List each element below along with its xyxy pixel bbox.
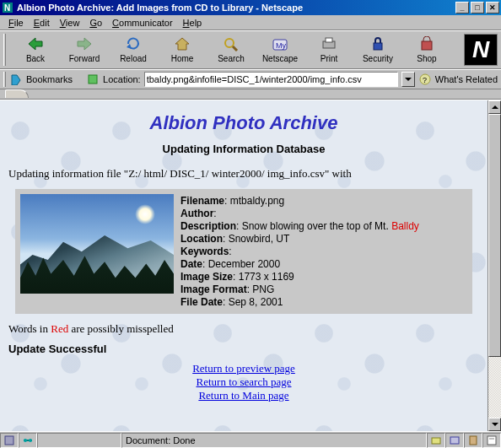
filename-value: mtbaldy.png — [230, 195, 284, 207]
tabstrip — [0, 89, 501, 100]
filename-label: Filename — [180, 195, 224, 207]
close-button[interactable]: ✕ — [486, 2, 499, 13]
content-tab[interactable] — [5, 89, 29, 98]
bookmarks-icon[interactable] — [9, 73, 23, 86]
menu-help[interactable]: Help — [178, 17, 207, 29]
netscape-icon: My — [271, 35, 289, 53]
link-main[interactable]: Return to Main page — [8, 389, 479, 402]
menu-go[interactable]: Go — [84, 17, 107, 29]
location-field-label: Location — [180, 233, 223, 245]
svg-marker-5 — [175, 38, 189, 50]
svg-text:?: ? — [423, 76, 427, 84]
image-info-box: Filename: mtbaldy.png Author: Descriptio… — [15, 189, 472, 314]
location-bar: Bookmarks Location: ? What's Related — [0, 69, 501, 89]
search-button[interactable]: Search — [207, 33, 256, 67]
locbar-handle[interactable] — [3, 72, 6, 87]
toolbar: Back Forward Reload Home Search My Netsc… — [0, 30, 501, 69]
status-progress — [37, 433, 121, 448]
svg-rect-12 — [374, 43, 382, 50]
page-subtitle: Updating Information Database — [8, 143, 479, 155]
format-label: Image Format — [180, 283, 247, 295]
svg-rect-21 — [432, 438, 440, 444]
whats-related-label[interactable]: What's Related — [435, 74, 498, 84]
window-title: Albion Photo Archive: Add Images from CD… — [17, 3, 455, 13]
page-content: Albion Photo Archive Updating Informatio… — [0, 100, 488, 431]
svg-line-7 — [233, 46, 237, 51]
netscape-button[interactable]: My Netscape — [256, 33, 304, 67]
svg-point-19 — [24, 439, 27, 442]
filedate-label: File Date — [180, 296, 223, 308]
search-icon — [222, 35, 240, 53]
home-button[interactable]: Home — [158, 33, 207, 67]
print-button[interactable]: Print — [304, 33, 353, 67]
security-button[interactable]: Security — [353, 33, 402, 67]
shop-icon — [418, 35, 436, 53]
link-preview[interactable]: Return to preview page — [8, 362, 479, 375]
toolbar-handle[interactable] — [3, 34, 6, 66]
svg-marker-4 — [127, 44, 132, 49]
image-thumbnail — [20, 194, 174, 294]
reload-button[interactable]: Reload — [109, 33, 158, 67]
menu-file[interactable]: File — [3, 17, 29, 29]
date-value: December 2000 — [208, 258, 280, 270]
url-dropdown-button[interactable] — [401, 72, 415, 87]
scroll-down-button[interactable] — [488, 418, 501, 431]
whats-related-icon[interactable]: ? — [418, 73, 432, 86]
update-success: Update Successful — [8, 343, 479, 355]
status-component-addressbook-icon[interactable] — [464, 433, 482, 448]
status-component-mail-icon[interactable] — [427, 433, 445, 448]
svg-marker-2 — [29, 38, 42, 50]
description-misspell: Balldy — [391, 220, 419, 232]
link-search[interactable]: Return to search page — [8, 375, 479, 389]
page-title: Albion Photo Archive — [8, 112, 479, 134]
scroll-thumb[interactable] — [488, 114, 501, 357]
svg-rect-24 — [488, 436, 496, 445]
forward-icon — [75, 35, 94, 53]
status-security-icon[interactable] — [0, 433, 19, 448]
lock-icon — [369, 35, 387, 53]
date-label: Date — [180, 258, 202, 270]
reload-icon — [124, 35, 143, 53]
svg-rect-11 — [326, 38, 332, 42]
status-component-news-icon[interactable] — [445, 433, 464, 448]
bookmarks-label[interactable]: Bookmarks — [26, 74, 73, 84]
svg-marker-3 — [78, 38, 91, 50]
statusbar: Document: Done — [0, 431, 501, 448]
netscape-throbber[interactable]: N — [464, 34, 498, 66]
updating-text: Updating information file "Z:/ html/ DIS… — [8, 167, 479, 181]
vertical-scrollbar[interactable] — [488, 100, 501, 431]
misspell-note: Words in Red are possibly misspelled — [8, 322, 479, 336]
scroll-up-button[interactable] — [488, 100, 501, 114]
netscape-window-icon: N — [2, 2, 13, 13]
description-label: Description — [180, 220, 236, 232]
back-icon — [26, 35, 45, 53]
author-label: Author — [180, 208, 213, 219]
forward-button[interactable]: Forward — [60, 33, 109, 67]
home-icon — [173, 35, 191, 53]
menu-view[interactable]: View — [55, 17, 85, 29]
shop-button[interactable]: Shop — [402, 33, 451, 67]
size-value: 1773 x 1169 — [239, 271, 294, 283]
scroll-track[interactable] — [488, 114, 501, 418]
titlebar: N Albion Photo Archive: Add Images from … — [0, 0, 501, 15]
menu-edit[interactable]: Edit — [29, 17, 55, 29]
location-value: Snowbird, UT — [229, 233, 290, 245]
svg-rect-23 — [470, 436, 477, 445]
description-value: Snow blowing over the top of Mt. — [242, 220, 391, 232]
back-button[interactable]: Back — [11, 33, 60, 67]
url-input[interactable] — [144, 72, 398, 87]
status-component-composer-icon[interactable] — [482, 433, 501, 448]
menu-communicator[interactable]: Communicator — [107, 17, 178, 29]
svg-text:My: My — [276, 41, 286, 50]
location-drag-icon[interactable] — [86, 73, 100, 86]
svg-rect-17 — [5, 436, 13, 445]
menubar: File Edit View Go Communicator Help — [0, 15, 501, 30]
filedate-value: Sep 8, 2001 — [229, 296, 283, 308]
minimize-button[interactable]: _ — [455, 2, 469, 13]
svg-text:N: N — [4, 3, 10, 13]
status-online-icon[interactable] — [19, 433, 37, 448]
maximize-button[interactable]: □ — [471, 2, 484, 13]
nav-links: Return to preview page Return to search … — [8, 362, 479, 402]
keywords-label: Keywords — [180, 246, 229, 257]
svg-point-6 — [225, 39, 234, 47]
